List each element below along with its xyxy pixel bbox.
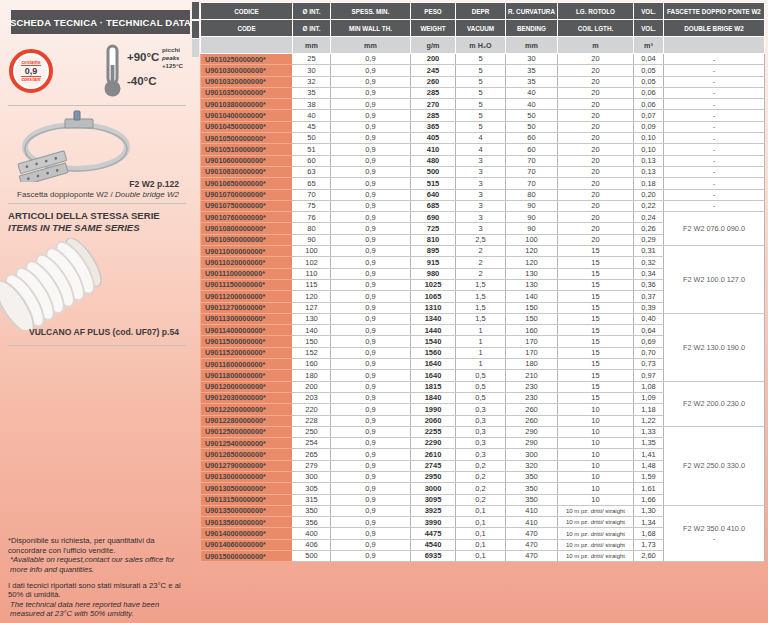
data-cell: 1,30 [634, 505, 664, 516]
data-cell: 15 [558, 325, 634, 336]
column-unit: m [558, 37, 634, 54]
data-cell: 1 [456, 325, 506, 336]
data-cell: 0,09 [634, 121, 664, 132]
hose-caption: VULCANO AF PLUS (cod. UF07) p.54 [29, 327, 179, 337]
data-cell: 2 [456, 246, 506, 257]
data-cell: 1,66 [634, 494, 664, 505]
data-cell: 3990 [411, 517, 456, 528]
data-cell: 40 [506, 87, 558, 98]
product-code: U9015000000000* [201, 551, 293, 562]
clamp-ref: F2 W2 p.122 [17, 179, 179, 189]
data-cell: 0,06 [634, 87, 664, 98]
data-cell: 70 [506, 166, 558, 177]
table-row: U9010630000000*630,9500370200,13- [201, 166, 765, 177]
data-cell: 102 [293, 257, 331, 268]
data-cell: 90 [506, 200, 558, 211]
product-code: U9010500000000* [201, 133, 293, 144]
data-cell: 5 [456, 99, 506, 110]
data-cell: 0,9 [331, 223, 411, 234]
header-row: CODEØ INT.MIN WALL TH.WEIGHTVACUUMBENDIN… [201, 20, 765, 37]
product-code: U9010320000000* [201, 76, 293, 87]
data-cell: 0,9 [331, 505, 411, 516]
data-cell: 1 [456, 347, 506, 358]
column-header: VOL. [634, 3, 664, 20]
data-cell: 915 [411, 257, 456, 268]
data-cell: 0,9 [331, 121, 411, 132]
divider [8, 105, 186, 106]
table-row: U9010400000000*400,9285550200,07- [201, 110, 765, 121]
data-cell: 0,9 [331, 426, 411, 437]
data-cell: 0,07 [634, 110, 664, 121]
data-cell: 0,22 [634, 200, 664, 211]
data-cell: 63 [293, 166, 331, 177]
clamp-ref-cell: - [664, 144, 765, 155]
data-cell: 10 m pz. dritti/ straight [558, 539, 634, 550]
data-cell: 0,9 [331, 246, 411, 257]
data-cell: 3000 [411, 483, 456, 494]
data-cell: 50 [506, 121, 558, 132]
data-cell: 480 [411, 155, 456, 166]
data-cell: 1560 [411, 347, 456, 358]
clamp-image [12, 110, 137, 182]
table-row: U9012000000000*2000,918150,5230151,08F2 … [201, 381, 765, 392]
product-code: U9014000000000* [201, 528, 293, 539]
data-cell: 0,29 [634, 234, 664, 245]
data-cell: 15 [558, 347, 634, 358]
data-cell: 100 [293, 246, 331, 257]
data-cell: 32 [293, 76, 331, 87]
data-cell: 180 [506, 359, 558, 370]
data-cell: 0,3 [456, 426, 506, 437]
data-cell: 0,9 [331, 415, 411, 426]
data-cell: 90 [506, 212, 558, 223]
data-cell: 20 [558, 65, 634, 76]
data-cell: 5 [456, 76, 506, 87]
badge-value: 0,9 [21, 65, 42, 77]
data-cell: 10 [558, 426, 634, 437]
data-cell: 0,9 [331, 234, 411, 245]
data-cell: 320 [506, 460, 558, 471]
data-cell: 0,9 [331, 471, 411, 482]
column-header: R. CURVATURA [506, 3, 558, 20]
data-cell: 15 [558, 257, 634, 268]
data-cell: 2,5 [456, 234, 506, 245]
data-cell: 350 [506, 471, 558, 482]
data-cell: 10 [558, 438, 634, 449]
data-cell: 0,9 [331, 133, 411, 144]
product-code: U9013000000000* [201, 471, 293, 482]
data-cell: 0,9 [331, 539, 411, 550]
data-cell: 2 [456, 257, 506, 268]
clamp-ref-cell: F2 W2 076.0 090.0 [664, 212, 765, 246]
product-code: U9011100000000* [201, 268, 293, 279]
data-cell: 20 [558, 189, 634, 200]
column-header: PESO [411, 3, 456, 20]
data-cell: 0,9 [331, 87, 411, 98]
column-header: DOUBLE BRIGE W2 [664, 20, 765, 37]
clamp-ref-cell: F2 W2 100.0 127.0 [664, 246, 765, 314]
data-cell: 2 [456, 268, 506, 279]
data-cell: 0,39 [634, 302, 664, 313]
product-code: U9011600000000* [201, 359, 293, 370]
data-cell: 0,9 [331, 404, 411, 415]
clamp-ref-cell: - [664, 189, 765, 200]
data-cell: 0,2 [456, 483, 506, 494]
badge-label-en: constant [21, 77, 40, 82]
data-cell: 10 m pz. dritti/ straight [558, 551, 634, 562]
sidebar: SCHEDA TECNICA · TECHNICAL DATA costante… [0, 0, 190, 623]
footnotes: *Disponibile su richiesta, per quantitat… [8, 536, 186, 619]
data-cell: 5 [456, 54, 506, 65]
data-cell: 0,9 [331, 76, 411, 87]
data-cell: 40 [506, 99, 558, 110]
data-cell: 305 [293, 483, 331, 494]
header-row: CODICEØ INT.SPESS. MIN.PESODEPRR. CURVAT… [201, 3, 765, 20]
data-cell: 20 [558, 223, 634, 234]
product-code: U9010300000000* [201, 65, 293, 76]
table-row: U9010600000000*600,9480370200,13- [201, 155, 765, 166]
data-cell: 170 [506, 336, 558, 347]
data-cell: 1 [456, 336, 506, 347]
data-cell: 0,9 [331, 449, 411, 460]
data-cell: 245 [411, 65, 456, 76]
hose-image [0, 238, 102, 330]
data-cell: 0,20 [634, 189, 664, 200]
clamp-ref-extra: - [664, 535, 764, 542]
data-cell: 1990 [411, 404, 456, 415]
